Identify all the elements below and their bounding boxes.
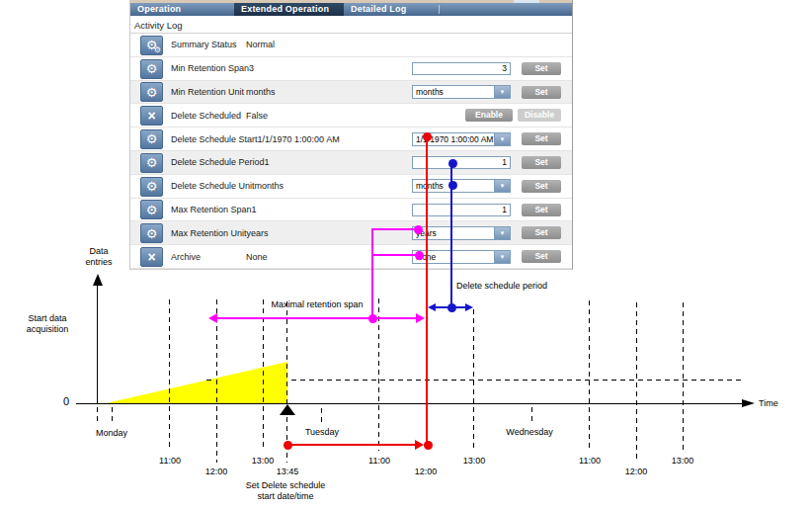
red-dot-1345 bbox=[284, 441, 292, 450]
day-label-wednesday: Wednesday bbox=[506, 427, 552, 437]
tab-detailed-log[interactable]: Detailed Log bbox=[344, 3, 439, 16]
x-icon[interactable]: × bbox=[140, 247, 163, 267]
row-delete-schedule-start: ⚙ Delete Schedule Start 1/1/1970 1:00:00… bbox=[130, 128, 572, 151]
time-label: 11:00 bbox=[579, 456, 601, 466]
gears-icon[interactable]: ⚙⚙ bbox=[140, 36, 163, 55]
max-retention-arrowhead-right bbox=[416, 313, 425, 323]
row-value: 1/1/1970 1:00:00 AM bbox=[258, 134, 340, 144]
day-label-monday: Monday bbox=[96, 428, 127, 438]
x-icon[interactable]: × bbox=[140, 106, 163, 126]
delete-schedule-period-label: Delete schedule period bbox=[456, 281, 547, 291]
row-delete-schedule-unit: ⚙ Delete Schedule Unit months months ▼ S… bbox=[130, 175, 572, 199]
chevron-down-icon[interactable]: ▼ bbox=[494, 133, 510, 145]
row-label: Delete Schedule Unit bbox=[171, 181, 255, 191]
set-button[interactable]: Set bbox=[522, 204, 561, 216]
blue-dot-schedule-unit bbox=[448, 181, 457, 190]
row-value: 3 bbox=[249, 63, 254, 73]
min-retention-unit-dropdown[interactable]: months ▼ bbox=[412, 85, 511, 99]
screenshot-root: Operation Extended Operation Detailed Lo… bbox=[0, 0, 812, 510]
row-value: months bbox=[255, 181, 284, 191]
magenta-vertical-line bbox=[371, 228, 373, 318]
row-label: Max Retention Unit bbox=[171, 228, 247, 238]
row-value: 1 bbox=[265, 157, 270, 167]
time-label: 12:00 bbox=[205, 467, 228, 476]
max-retention-span-label: Maximal retention span bbox=[271, 299, 363, 309]
row-max-retention-span: ⚙ Max Retention Span 1 1 Set bbox=[130, 199, 572, 222]
magenta-bracket-top bbox=[372, 228, 415, 230]
delete-period-arrowhead-right bbox=[465, 303, 473, 311]
gridline-wednesday-1300 bbox=[683, 302, 684, 451]
min-retention-span-input[interactable]: 3 bbox=[412, 62, 511, 75]
row-summary-status: ⚙⚙ Summary Status Normal bbox=[130, 34, 572, 57]
set-button[interactable]: Set bbox=[522, 250, 561, 263]
time-label-1345: 13:45 bbox=[277, 467, 299, 476]
red-dot-schedule-start-dropdown bbox=[423, 132, 432, 141]
time-label: 13:00 bbox=[252, 456, 275, 466]
chevron-down-icon[interactable]: ▼ bbox=[494, 227, 510, 239]
time-label: 11:00 bbox=[368, 456, 390, 466]
enable-button[interactable]: Enable bbox=[465, 109, 513, 122]
row-label: Summary Status bbox=[171, 40, 246, 49]
gear-icon[interactable]: ⚙ bbox=[140, 59, 163, 79]
row-label: Delete Scheduled bbox=[171, 111, 246, 121]
gear-icon[interactable]: ⚙ bbox=[140, 153, 163, 173]
gridline-monday-1100 bbox=[169, 299, 170, 451]
gridline-monday-1300 bbox=[263, 299, 264, 451]
day-label-tuesday: Tuesday bbox=[305, 427, 339, 437]
gear-icon[interactable]: ⚙ bbox=[140, 177, 163, 197]
set-button[interactable]: Set bbox=[522, 226, 561, 239]
row-label: Archive bbox=[171, 252, 246, 262]
origin-label: 0 bbox=[63, 395, 69, 407]
time-label: 12:00 bbox=[625, 467, 648, 476]
data-growth-wedge bbox=[102, 362, 287, 404]
y-axis bbox=[97, 286, 98, 403]
set-button[interactable]: Set bbox=[522, 132, 561, 145]
red-vertical-line bbox=[426, 136, 428, 445]
blue-dot-schedule-period bbox=[448, 159, 457, 168]
blue-dot-arrow-center bbox=[447, 303, 456, 312]
row-label: Min Retention Unit bbox=[171, 87, 246, 97]
row-delete-schedule-period: ⚙ Delete Schedule Period 1 1 Set bbox=[130, 151, 572, 175]
delete-period-arrowhead-left bbox=[428, 303, 436, 311]
chevron-down-icon[interactable]: ▼ bbox=[494, 180, 510, 192]
magenta-dot-junction bbox=[368, 314, 377, 323]
row-value: months bbox=[246, 87, 276, 97]
tab-extended-operation[interactable]: Extended Operation bbox=[234, 3, 344, 16]
time-label: 13:00 bbox=[463, 456, 486, 466]
chevron-down-icon[interactable]: ▼ bbox=[494, 251, 510, 263]
set-button[interactable]: Set bbox=[522, 62, 561, 75]
red-dot-1200-tuesday bbox=[424, 441, 433, 450]
gridline-monday-1345 bbox=[286, 301, 287, 463]
row-label: Max Retention Span bbox=[171, 205, 252, 214]
row-max-retention-unit: ⚙ Max Retention Unit years years ▼ Set bbox=[130, 221, 572, 245]
section-title: Activity Log bbox=[134, 20, 183, 31]
gear-icon[interactable]: ⚙ bbox=[140, 82, 163, 102]
max-retention-span-arrow-line bbox=[215, 317, 419, 319]
chevron-down-icon[interactable]: ▼ bbox=[494, 86, 510, 98]
retention-level-dash bbox=[206, 380, 215, 381]
start-data-acquisition-label: Start data acquisition bbox=[27, 313, 69, 335]
row-label: Delete Schedule Start bbox=[171, 134, 258, 144]
extended-operation-panel: Operation Extended Operation Detailed Lo… bbox=[129, 0, 573, 270]
gear-icon[interactable]: ⚙ bbox=[140, 200, 163, 219]
set-button[interactable]: Set bbox=[522, 156, 561, 169]
set-button[interactable]: Set bbox=[522, 86, 561, 99]
row-value: 1 bbox=[252, 205, 257, 214]
gear-icon[interactable]: ⚙ bbox=[140, 129, 163, 149]
magenta-dot-archive bbox=[415, 251, 424, 260]
row-archive: × Archive None None ▼ Set bbox=[130, 245, 572, 269]
gear-icon[interactable]: ⚙ bbox=[140, 223, 163, 243]
axis-origin-tick bbox=[97, 407, 98, 423]
time-label: 13:00 bbox=[672, 456, 694, 466]
schedule-start-caption: Set Delete schedule start date/time bbox=[246, 480, 326, 502]
x-axis-arrowhead bbox=[742, 399, 755, 407]
row-value: False bbox=[246, 111, 268, 121]
row-value: Normal bbox=[246, 40, 275, 49]
row-value: years bbox=[247, 228, 269, 238]
tab-operation[interactable]: Operation bbox=[130, 3, 234, 16]
disable-button[interactable]: Disable bbox=[518, 109, 561, 122]
set-button[interactable]: Set bbox=[522, 180, 561, 193]
max-retention-arrowhead-left bbox=[208, 313, 217, 323]
gridline-tuesday-1100 bbox=[378, 298, 379, 451]
tab-bar: Operation Extended Operation Detailed Lo… bbox=[130, 3, 572, 16]
